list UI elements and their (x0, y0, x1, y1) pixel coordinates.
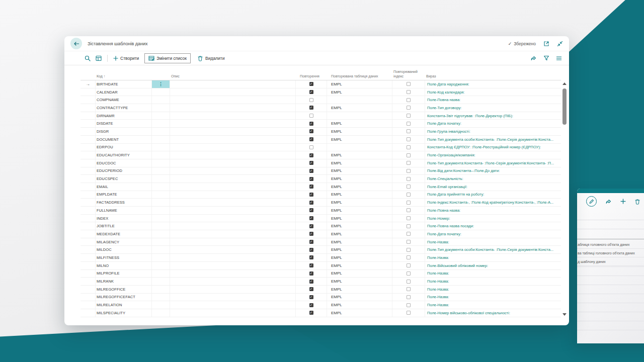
create-button[interactable]: Створити (113, 56, 139, 61)
description-cell[interactable] (170, 88, 296, 96)
assist-cell[interactable] (152, 278, 170, 285)
description-cell[interactable] (170, 159, 296, 167)
repeat-table-cell[interactable]: EMPL (327, 222, 392, 230)
repeat-table-cell[interactable]: EMPL (327, 159, 392, 167)
repeat-checkbox[interactable]: ✓ (296, 262, 327, 269)
assist-cell[interactable] (152, 151, 170, 159)
repeat-checkbox[interactable]: ✓ (296, 183, 327, 191)
expression-cell[interactable]: Поле-Назва: (425, 286, 561, 293)
repeat-table-cell[interactable] (327, 112, 392, 120)
delete-button[interactable]: Видалити (197, 55, 224, 61)
description-cell[interactable] (170, 270, 296, 278)
assist-cell[interactable] (152, 88, 170, 96)
repeat-checkbox[interactable]: ✓ (296, 301, 327, 309)
expression-cell[interactable]: Поле-Номер: (425, 215, 561, 222)
repeat-checkbox[interactable] (296, 112, 327, 120)
table-row[interactable]: DIRNAMRКонстанта-Звіт підготував: :Поле-… (80, 112, 561, 120)
description-cell[interactable] (170, 230, 296, 238)
repeat-checkbox[interactable]: ✓ (296, 167, 327, 175)
assist-cell[interactable] (152, 262, 170, 269)
code-cell[interactable]: BIRTHDATE (96, 80, 152, 88)
repeat-table-cell[interactable]: EMPL (327, 286, 392, 293)
repeat-checkbox[interactable]: ✓ (296, 207, 327, 214)
repeat-table-cell[interactable]: EMPL (327, 207, 392, 214)
repeat-checkbox[interactable]: ✓ (296, 278, 327, 285)
repeat-table-cell[interactable]: EMPL (327, 270, 392, 278)
description-cell[interactable] (170, 80, 296, 88)
edit-pencil-icon[interactable] (586, 196, 597, 207)
table-row[interactable]: MILRELATION✓EMPLПоле-Назва: (80, 301, 561, 309)
column-header-repeat-table[interactable]: Повторювана таблиця даних (327, 74, 392, 78)
add-icon[interactable] (620, 199, 626, 204)
code-cell[interactable]: EDRPOU (96, 144, 152, 151)
table-row[interactable]: FACTADDRESS✓EMPLПоле-Індекс:Константа-, … (80, 199, 561, 207)
collapse-icon[interactable] (557, 41, 563, 47)
share-icon[interactable] (605, 199, 612, 205)
expression-cell[interactable]: Поле-Повна назва посади: (425, 222, 561, 230)
code-cell[interactable]: MILRELATION (96, 301, 152, 309)
expression-cell[interactable]: Поле-Код календаря: (425, 88, 561, 96)
expression-cell[interactable]: Поле-Назва: (425, 254, 561, 261)
code-cell[interactable]: MILFITNESS (96, 254, 152, 261)
repeat-checkbox[interactable] (296, 96, 327, 104)
assist-cell[interactable] (152, 254, 170, 261)
repeat-checkbox[interactable]: ✓ (296, 254, 327, 261)
column-header-repeat[interactable]: Повторення (296, 74, 327, 78)
repeat-index-checkbox[interactable] (392, 167, 425, 175)
description-cell[interactable] (170, 167, 296, 175)
description-cell[interactable] (170, 207, 296, 214)
table-row[interactable]: EMAIL✓EMPLПоле-Email організації: (80, 183, 561, 191)
expression-cell[interactable]: Поле-Організація/компанія: (425, 151, 561, 159)
repeat-index-checkbox[interactable] (392, 175, 425, 183)
code-cell[interactable]: CALENDAR (96, 88, 152, 96)
repeat-table-cell[interactable]: EMPL (327, 262, 392, 269)
code-cell[interactable]: EDUCSPEC (96, 175, 152, 183)
repeat-checkbox[interactable]: ✓ (296, 230, 327, 238)
vertical-scrollbar[interactable] (561, 80, 568, 318)
assist-cell[interactable] (152, 215, 170, 222)
table-row[interactable]: EDUCAUTHORITY✓EMPLПоле-Організація/компа… (80, 151, 561, 159)
code-cell[interactable]: MILNO (96, 262, 152, 269)
table-row[interactable]: MILFITNESS✓EMPLПоле-Назва: (80, 254, 561, 262)
repeat-index-checkbox[interactable] (392, 112, 425, 120)
repeat-table-cell[interactable]: EMPL (327, 230, 392, 238)
assist-cell[interactable] (152, 294, 170, 301)
expression-cell[interactable]: Поле-Назва: (425, 238, 561, 246)
repeat-index-checkbox[interactable] (392, 294, 425, 301)
description-cell[interactable] (170, 104, 296, 112)
expression-cell[interactable]: Поле-Назва: (425, 294, 561, 301)
repeat-checkbox[interactable]: ✓ (296, 199, 327, 206)
column-header-repeat-index[interactable]: Повторюваний індекс (392, 70, 425, 78)
repeat-checkbox[interactable]: ✓ (296, 128, 327, 135)
repeat-table-cell[interactable] (327, 144, 392, 151)
description-cell[interactable] (170, 286, 296, 293)
description-cell[interactable] (170, 199, 296, 206)
code-cell[interactable]: MILRANK (96, 278, 152, 285)
description-cell[interactable] (170, 262, 296, 269)
repeat-table-cell[interactable]: EMPL (327, 199, 392, 206)
expression-cell[interactable]: Поле-Тип документа:Константа- :Поле-Сері… (425, 159, 561, 167)
repeat-table-cell[interactable]: EMPL (327, 246, 392, 253)
expression-cell[interactable]: Поле-Від дати:Константа--:Поле-До дати: (425, 167, 561, 175)
repeat-table-cell[interactable] (327, 96, 392, 104)
code-cell[interactable]: FACTADDRESS (96, 199, 152, 206)
scroll-down-arrow-icon[interactable] (562, 313, 567, 316)
code-cell[interactable]: MILREGOFFICEFACT (96, 294, 152, 301)
repeat-index-checkbox[interactable] (392, 191, 425, 199)
description-cell[interactable] (170, 294, 296, 301)
repeat-table-cell[interactable]: EMPL (327, 120, 392, 127)
expression-cell[interactable]: Поле-Військовий обліковий номер: (425, 262, 561, 269)
description-cell[interactable] (170, 183, 296, 191)
table-row[interactable]: EDUCSPEC✓EMPLПоле-Спеціальність: (80, 175, 561, 183)
assist-cell[interactable] (152, 159, 170, 167)
repeat-index-checkbox[interactable] (392, 230, 425, 238)
repeat-table-cell[interactable]: EMPL (327, 278, 392, 285)
expression-cell[interactable]: Поле-Дата початку: (425, 230, 561, 238)
repeat-table-cell[interactable]: EMPL (327, 151, 392, 159)
expression-cell[interactable]: Поле-Дата прийняття на роботу: (425, 191, 561, 199)
repeat-index-checkbox[interactable] (392, 159, 425, 167)
assist-cell[interactable] (152, 104, 170, 112)
repeat-table-cell[interactable]: EMPL (327, 309, 392, 317)
expression-cell[interactable]: Поле-Номер військово-облікової спеціальн… (425, 309, 561, 317)
repeat-index-checkbox[interactable] (392, 309, 425, 317)
